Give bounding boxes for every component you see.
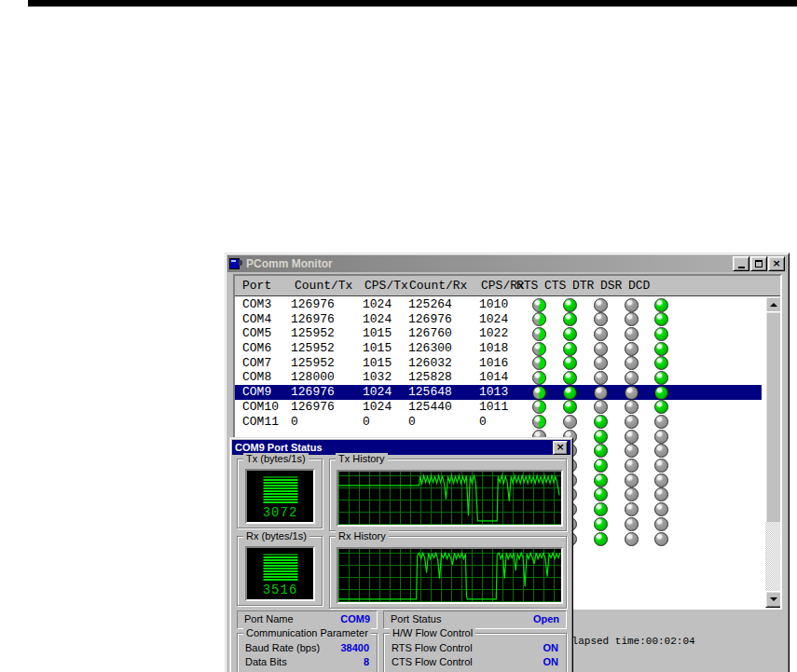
gauge-bar	[263, 501, 297, 503]
gauge-bar	[263, 568, 297, 569]
cps-tx-cell: 1024	[363, 297, 392, 312]
dcd-led	[654, 386, 668, 400]
column-header-count-rx: Count/Rx	[409, 279, 467, 293]
gauge-bar	[263, 479, 297, 481]
port-cell: COM8	[242, 370, 271, 385]
count-rx-cell: 126032	[408, 356, 452, 371]
rx-gauge-label: Rx (bytes/1s)	[243, 530, 309, 542]
gauge-bar	[263, 496, 297, 498]
cps-tx-cell: 1015	[363, 356, 392, 371]
close-icon: ×	[556, 443, 564, 452]
table-row-com5[interactable]: COM512595210151267601022	[235, 326, 762, 341]
dcd-led	[654, 371, 668, 385]
rx-history-trace	[338, 549, 561, 602]
table-row-com6[interactable]: COM612595210151263001018	[235, 341, 762, 356]
count-rx-cell: 126300	[408, 341, 452, 356]
main-titlebar[interactable]: PComm Monitor ×	[227, 255, 787, 272]
count-tx-cell: 126976	[291, 400, 335, 415]
count-rx-cell: 125264	[408, 297, 452, 312]
table-row-com3[interactable]: COM312697610241252641010	[235, 297, 762, 312]
rx-gauge: 3516	[245, 546, 315, 601]
gauge-bar	[263, 576, 297, 578]
flow-control-label: CTS Flow Control	[392, 656, 473, 667]
cps-tx-cell: 1024	[363, 385, 392, 400]
count-tx-cell: 125952	[291, 341, 335, 356]
column-header-cps-tx: CPS/Tx	[364, 279, 408, 293]
cts-led	[563, 342, 577, 356]
comm-param-value: 8	[364, 656, 369, 667]
cps-rx-cell: 1018	[479, 341, 508, 356]
cts-led	[563, 400, 577, 414]
dtr-led	[594, 532, 608, 546]
vertical-scrollbar[interactable]	[765, 296, 780, 608]
cps-rx-cell: 1010	[479, 297, 508, 312]
port-status-panel: Port Status Open	[383, 610, 567, 629]
scroll-down-button[interactable]	[765, 591, 780, 608]
dcd-led	[654, 444, 668, 458]
flow-control-label: RTS Flow Control	[392, 642, 473, 653]
rts-led	[532, 415, 546, 429]
cps-tx-cell: 1024	[363, 312, 392, 327]
gauge-bar	[263, 499, 297, 501]
count-rx-cell: 0	[408, 415, 416, 430]
dtr-led	[594, 356, 608, 370]
scrollbar-track[interactable]	[765, 522, 780, 593]
cts-led	[563, 415, 577, 429]
dcd-led	[654, 430, 668, 444]
dtr-led	[594, 371, 608, 385]
cps-rx-cell: 1014	[479, 370, 508, 385]
cts-led	[563, 298, 577, 312]
table-row-com11[interactable]: COM110000	[235, 415, 762, 430]
dsr-led	[625, 312, 639, 326]
rts-led	[532, 400, 546, 414]
minimize-icon	[738, 267, 745, 268]
scrollbar-thumb[interactable]	[765, 311, 780, 524]
dtr-led	[594, 444, 608, 458]
count-tx-cell: 125952	[291, 356, 335, 371]
table-row-com10[interactable]: COM1012697610241254401011	[235, 400, 762, 415]
tx-gauge: 3072	[245, 469, 315, 524]
count-rx-cell: 125828	[408, 370, 452, 385]
dcd-led	[654, 327, 668, 341]
dsr-led	[625, 487, 639, 501]
comm-param-row: Baud Rate (bps)38400	[238, 642, 377, 656]
comm-param-label: Baud Rate (bps)	[245, 642, 320, 653]
tx-history-label: Tx History	[336, 453, 388, 464]
gauge-bar	[263, 493, 297, 495]
table-row-com8[interactable]: COM812800010321258281014	[235, 370, 762, 385]
dcd-led	[654, 415, 668, 429]
rx-history-group: Rx History	[329, 536, 567, 609]
dtr-led	[594, 459, 608, 473]
elapsed-time-text: Elapsed time:00:02:04	[566, 636, 695, 647]
gauge-bar	[263, 559, 297, 561]
table-row-com4[interactable]: COM412697610241269761024	[235, 312, 762, 327]
tx-history-group: Tx History	[329, 459, 567, 531]
port-cell: COM7	[242, 356, 271, 371]
dsr-led	[625, 517, 639, 531]
communication-parameter-label: Communication Parameter	[243, 627, 371, 638]
flow-control-value: ON	[543, 656, 559, 667]
dtr-led	[594, 517, 608, 531]
count-tx-cell: 126976	[291, 312, 335, 327]
dialog-close-button[interactable]: ×	[553, 441, 568, 455]
window-title: PComm Monitor	[246, 257, 732, 270]
table-row-com7[interactable]: COM712595210151260321016	[235, 356, 762, 371]
gauge-bar	[263, 565, 297, 567]
restore-button[interactable]	[750, 256, 767, 271]
tx-gauge-value: 3072	[247, 505, 313, 520]
table-row-com9[interactable]: COM912697610241256481013	[235, 385, 762, 400]
count-rx-cell: 125648	[408, 385, 452, 400]
gauge-bar	[263, 487, 297, 489]
column-header-cts: CTS	[544, 279, 566, 293]
cps-tx-cell: 1015	[363, 341, 392, 356]
rx-gauge-value: 3516	[247, 583, 313, 597]
gauge-bar	[263, 482, 297, 484]
flow-control-row: CTS Flow ControlON	[384, 656, 566, 670]
gauge-bar	[263, 579, 297, 581]
dsr-led	[625, 386, 639, 400]
close-button[interactable]: ×	[768, 256, 785, 271]
dsr-led	[625, 415, 639, 429]
minimize-button[interactable]	[733, 256, 749, 271]
column-header-dsr: DSR	[600, 279, 622, 293]
port-name-value: COM9	[340, 613, 370, 624]
